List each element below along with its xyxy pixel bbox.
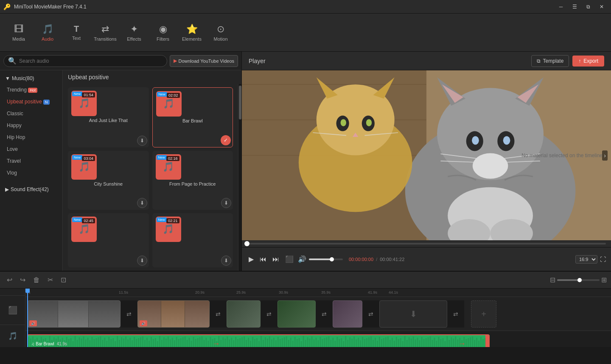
transition-2[interactable]: ⇄ [210,300,227,328]
prev-frame-button[interactable]: ⏮ [258,254,268,265]
sound-effect-header[interactable]: ▶ Sound Effect(42) [0,184,62,195]
svg-rect-101 [165,339,167,347]
svg-rect-236 [451,337,452,347]
volume-handle[interactable] [330,257,334,261]
audio-download-btn-3[interactable]: ⬇ [137,198,147,208]
toolbar-text[interactable]: T Text [62,16,91,50]
close-button[interactable]: ✕ [596,3,608,11]
audio-card-3[interactable]: New 🎵 03:04 City Sunshine ⬇ [68,151,149,210]
svg-rect-80 [121,337,122,347]
svg-rect-122 [210,337,211,347]
add-clip-area[interactable]: + [471,300,496,328]
svg-rect-113 [191,341,192,347]
svg-rect-249 [478,341,479,347]
audio-clip-bar-brawl[interactable]: // Just use static rects [27,334,490,347]
sidebar-item-trending[interactable]: Trending Hot [0,84,62,96]
export-button[interactable]: ↑ Export [572,56,604,67]
transition-5[interactable]: ⇄ [362,300,379,328]
ruler-21s: 20.9s [195,290,205,295]
video-clip-2[interactable]: 🔊 [137,300,210,328]
cut-button[interactable]: ✂ [45,274,56,286]
video-clip-6[interactable]: ⬇ [379,300,447,328]
sidebar-item-love[interactable]: Love [0,143,62,155]
restore-button[interactable]: ⧉ [582,3,594,11]
video-clip-4[interactable] [277,300,316,328]
timeline-tracks[interactable]: 0s 11.5s 20.9s 25.9s 30.9s 35.9s 41.9s 4… [25,289,611,347]
check-icon: ✓ [224,137,228,143]
audio-label: Audio [42,36,53,42]
play-button[interactable]: ▶ [247,253,255,265]
svg-rect-140 [248,338,249,347]
transition-1[interactable]: ⇄ [121,300,137,328]
svg-rect-221 [419,340,420,347]
template-button[interactable]: ⧉ Template [531,55,569,67]
minimize-button[interactable]: ─ [555,3,567,11]
svg-rect-182 [336,337,338,347]
audio-card-1[interactable]: New 🎵 01:54 And Just Like That ⬇ [68,87,149,147]
audio-download-btn-6[interactable]: ⬇ [221,256,231,266]
time-current: 00:00:00:00 [349,257,373,262]
audio-download-btn-4[interactable]: ⬇ [221,198,231,208]
progress-bar[interactable] [247,243,606,245]
toolbar-audio[interactable]: 🎵 Audio [33,16,62,50]
undo-button[interactable]: ↩ [4,274,15,286]
toolbar-motion[interactable]: ⊙ Motion [206,16,235,50]
scroll-thumb[interactable] [239,86,241,119]
toolbar-elements[interactable]: ⭐ Elements [177,16,206,50]
svg-rect-60 [79,337,80,347]
sidebar-item-travel[interactable]: Travel [0,155,62,167]
sidebar-item-classic[interactable]: Classic [0,108,62,119]
empty-clip-icon: ⬇ [410,309,417,319]
scroll-bar[interactable] [238,84,241,271]
zoom-handle[interactable] [577,278,582,282]
search-input[interactable] [19,58,163,64]
transition-3[interactable]: ⇄ [261,300,277,328]
redo-button[interactable]: ↪ [17,274,28,286]
music-section-header[interactable]: ▼ Music(80) [0,73,62,84]
audio-card-2[interactable]: New 🎵 02:02 Bar Brawl ✓ [152,87,233,147]
sidebar: ▼ Music(80) Trending Hot Upbeat positive… [0,70,63,271]
audio-card-5[interactable]: New 🎵 02:45 ⬇ [68,213,149,267]
settings-button[interactable]: ☰ [569,3,580,11]
audio-thumb-5: New 🎵 02:45 [71,217,97,242]
delete-button[interactable]: 🗑 [31,275,42,286]
transition-6[interactable]: ⇄ [447,300,464,328]
svg-rect-156 [282,338,283,347]
progress-handle[interactable] [244,241,249,246]
svg-rect-217 [411,339,412,347]
audio-download-btn-5[interactable]: ⬇ [137,256,147,266]
crop-button[interactable]: ⊡ [58,274,69,286]
audio-check-btn-2[interactable]: ✓ [221,135,231,145]
zoom-bar[interactable] [557,279,600,281]
expand-panel-button[interactable]: › [602,150,608,161]
transition-4[interactable]: ⇄ [316,300,333,328]
audio-download-btn-1[interactable]: ⬇ [137,136,147,146]
fullscreen-button[interactable]: ⛶ [600,256,606,263]
audio-card-name-1: And Just Like That [71,118,146,123]
toolbar-media[interactable]: 🎞 Media [4,16,33,50]
video-clip-1[interactable]: 🔊 [27,300,121,328]
audio-card-6[interactable]: New 🎵 02:21 ⬇ [152,213,233,267]
next-frame-button[interactable]: ⏭ [271,254,281,265]
aspect-ratio-select[interactable]: 16:9 9:16 1:1 4:3 [575,255,597,264]
volume-slider[interactable] [309,258,343,260]
video-track[interactable]: 🔊 ⇄ 🔊 ⇄ [25,297,611,331]
toolbar-effects[interactable]: ✦ Effects [120,16,149,50]
toolbar-filters[interactable]: ◉ Filters [149,16,177,50]
svg-rect-238 [455,336,456,347]
video-clip-3[interactable] [227,300,261,328]
svg-rect-133 [233,340,234,347]
audio-card-4[interactable]: New 🎵 02:16 From Page to Practice ⬇ [152,151,233,210]
search-box[interactable]: 🔍 [3,55,167,67]
sidebar-item-hiphop[interactable]: Hip Hop [0,131,62,143]
svg-rect-82 [125,336,126,347]
video-clip-5[interactable] [333,300,362,328]
toolbar-transitions[interactable]: ⇄ Transitions [91,16,120,50]
stop-button[interactable]: ⬛ [283,253,295,265]
sidebar-item-vlog[interactable]: Vlog [0,167,62,179]
audio-track[interactable]: // Just use static rects [25,331,611,347]
sidebar-item-happy[interactable]: Happy [0,119,62,131]
svg-rect-147 [263,340,264,347]
youtube-download-button[interactable]: ▶ Download YouTube Videos [170,55,238,67]
sidebar-item-upbeat[interactable]: Upbeat positive N [0,96,62,108]
